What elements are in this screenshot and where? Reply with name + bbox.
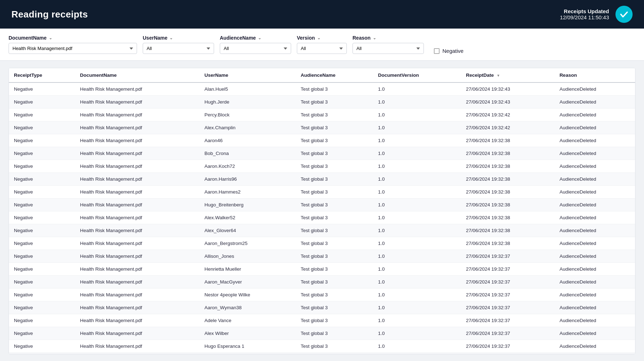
cell-1-2: Hugh.Jerde <box>199 96 296 109</box>
cell-21-4: 1.0 <box>373 353 461 354</box>
audience-label-chevron: ⌄ <box>258 36 261 40</box>
table-row: NegativeHealth Risk Management.pdfAaron.… <box>9 186 635 199</box>
table-row: NegativeHealth Risk Management.pdfAdele … <box>9 314 635 327</box>
cell-13-3: Test global 3 <box>296 250 373 263</box>
cell-8-5: 27/06/2024 19:32:38 <box>461 186 554 199</box>
cell-5-3: Test global 3 <box>296 147 373 160</box>
cell-9-3: Test global 3 <box>296 199 373 211</box>
cell-11-2: Alex_Glover64 <box>199 224 296 237</box>
cell-3-6: AudienceDeleted <box>554 121 635 134</box>
cell-3-4: 1.0 <box>373 121 461 134</box>
negative-checkbox[interactable] <box>434 48 440 54</box>
col-receipt-date[interactable]: ReceiptDate ▼ <box>461 68 554 82</box>
cell-13-4: 1.0 <box>373 250 461 263</box>
cell-2-2: Percy.Block <box>199 109 296 121</box>
cell-19-5: 27/06/2024 19:32:37 <box>461 327 554 340</box>
cell-20-3: Test global 3 <box>296 340 373 353</box>
col-document-name: DocumentName <box>75 68 199 82</box>
cell-2-6: AudienceDeleted <box>554 109 635 121</box>
cell-11-5: 27/06/2024 19:32:38 <box>461 224 554 237</box>
table-row: NegativeHealth Risk Management.pdfJoni S… <box>9 353 635 354</box>
audience-filter-group: AudienceName ⌄ All <box>220 35 291 54</box>
receipts-updated-time: 12/09/2024 11:50:43 <box>560 14 609 20</box>
cell-6-6: AudienceDeleted <box>554 160 635 173</box>
negative-checkbox-label[interactable]: Negative <box>442 48 463 54</box>
cell-15-3: Test global 3 <box>296 276 373 289</box>
document-filter-group: DocumentName ⌄ Health Risk Management.pd… <box>9 35 137 54</box>
cell-11-3: Test global 3 <box>296 224 373 237</box>
cell-9-4: 1.0 <box>373 199 461 211</box>
cell-4-2: Aaron46 <box>199 134 296 147</box>
cell-3-0: Negative <box>9 121 75 134</box>
cell-19-4: 1.0 <box>373 327 461 340</box>
cell-8-4: 1.0 <box>373 186 461 199</box>
cell-8-6: AudienceDeleted <box>554 186 635 199</box>
cell-15-5: 27/06/2024 19:32:37 <box>461 276 554 289</box>
table-row: NegativeHealth Risk Management.pdfHugo E… <box>9 340 635 353</box>
data-table: ReceiptType DocumentName UserName Audien… <box>9 68 635 354</box>
table-row: NegativeHealth Risk Management.pdfAlan.H… <box>9 82 635 96</box>
cell-9-5: 27/06/2024 19:32:38 <box>461 199 554 211</box>
cell-16-5: 27/06/2024 19:32:37 <box>461 289 554 301</box>
cell-14-3: Test global 3 <box>296 263 373 276</box>
cell-12-4: 1.0 <box>373 237 461 250</box>
cell-21-5: 27/06/2024 19:32:37 <box>461 353 554 354</box>
table-row: NegativeHealth Risk Management.pdfHugh.J… <box>9 96 635 109</box>
cell-11-6: AudienceDeleted <box>554 224 635 237</box>
cell-0-1: Health Risk Management.pdf <box>75 82 199 96</box>
cell-7-3: Test global 3 <box>296 173 373 186</box>
cell-11-0: Negative <box>9 224 75 237</box>
username-filter-select[interactable]: All <box>143 43 214 54</box>
cell-21-1: Health Risk Management.pdf <box>75 353 199 354</box>
document-filter-select[interactable]: Health Risk Management.pdf <box>9 43 137 54</box>
version-label-chevron: ⌄ <box>317 36 320 40</box>
cell-6-0: Negative <box>9 160 75 173</box>
cell-15-6: AudienceDeleted <box>554 276 635 289</box>
cell-6-5: 27/06/2024 19:32:38 <box>461 160 554 173</box>
col-document-version: DocumentVersion <box>373 68 461 82</box>
cell-9-6: AudienceDeleted <box>554 199 635 211</box>
cell-12-5: 27/06/2024 19:32:38 <box>461 237 554 250</box>
cell-8-1: Health Risk Management.pdf <box>75 186 199 199</box>
cell-7-6: AudienceDeleted <box>554 173 635 186</box>
table-row: NegativeHealth Risk Management.pdfAaron_… <box>9 237 635 250</box>
cell-5-6: AudienceDeleted <box>554 147 635 160</box>
audience-filter-select[interactable]: All <box>220 43 291 54</box>
cell-19-0: Negative <box>9 327 75 340</box>
document-label-chevron: ⌄ <box>49 36 52 40</box>
header-right: Receipts Updated 12/09/2024 11:50:43 <box>560 6 633 23</box>
cell-10-0: Negative <box>9 211 75 224</box>
reason-filter-select[interactable]: All <box>353 43 424 54</box>
cell-17-4: 1.0 <box>373 301 461 314</box>
cell-11-1: Health Risk Management.pdf <box>75 224 199 237</box>
cell-17-3: Test global 3 <box>296 301 373 314</box>
cell-1-3: Test global 3 <box>296 96 373 109</box>
cell-10-1: Health Risk Management.pdf <box>75 211 199 224</box>
cell-16-4: 1.0 <box>373 289 461 301</box>
cell-0-5: 27/06/2024 19:32:43 <box>461 82 554 96</box>
version-filter-group: Version ⌄ All <box>297 35 347 54</box>
cell-18-1: Health Risk Management.pdf <box>75 314 199 327</box>
cell-3-1: Health Risk Management.pdf <box>75 121 199 134</box>
version-filter-label: Version ⌄ <box>297 35 347 41</box>
username-filter-group: UserName ⌄ All <box>143 35 214 54</box>
table-scroll[interactable]: ReceiptType DocumentName UserName Audien… <box>9 68 635 354</box>
cell-2-5: 27/06/2024 19:32:42 <box>461 109 554 121</box>
cell-14-4: 1.0 <box>373 263 461 276</box>
cell-20-2: Hugo Esperanca 1 <box>199 340 296 353</box>
cell-11-4: 1.0 <box>373 224 461 237</box>
cell-0-2: Alan.Huel5 <box>199 82 296 96</box>
table-header-row: ReceiptType DocumentName UserName Audien… <box>9 68 635 82</box>
version-filter-select[interactable]: All <box>297 43 347 54</box>
table-row: NegativeHealth Risk Management.pdfAaron.… <box>9 173 635 186</box>
cell-6-1: Health Risk Management.pdf <box>75 160 199 173</box>
cell-1-0: Negative <box>9 96 75 109</box>
cell-16-6: AudienceDeleted <box>554 289 635 301</box>
cell-0-4: 1.0 <box>373 82 461 96</box>
sort-icon: ▼ <box>497 74 500 77</box>
cell-7-1: Health Risk Management.pdf <box>75 173 199 186</box>
cell-7-0: Negative <box>9 173 75 186</box>
cell-13-2: Allison_Jones <box>199 250 296 263</box>
cell-14-1: Health Risk Management.pdf <box>75 263 199 276</box>
table-row: NegativeHealth Risk Management.pdfHenrie… <box>9 263 635 276</box>
